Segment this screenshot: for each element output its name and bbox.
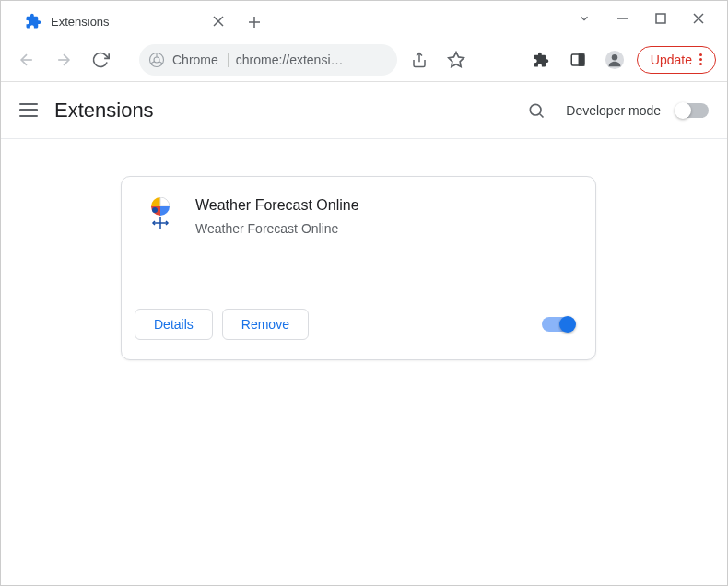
page-content: Extensions Developer mode — [1, 82, 727, 360]
remove-button[interactable]: Remove — [222, 309, 309, 340]
share-icon[interactable] — [405, 45, 434, 75]
tab-strip: Extensions — [1, 1, 727, 38]
forward-button — [49, 45, 78, 75]
extension-enabled-toggle[interactable] — [542, 317, 575, 332]
developer-mode-label: Developer mode — [566, 103, 661, 118]
extension-card: Weather Forecast Online Weather Forecast… — [121, 176, 596, 360]
address-scheme: Chrome — [172, 53, 218, 67]
svg-line-13 — [151, 61, 155, 63]
new-tab-button[interactable] — [241, 8, 268, 36]
developer-mode-toggle[interactable] — [675, 103, 709, 118]
details-button[interactable]: Details — [135, 309, 213, 340]
menu-dots-icon — [699, 53, 702, 65]
svg-point-21 — [612, 54, 617, 60]
svg-line-14 — [159, 61, 162, 63]
svg-point-24 — [152, 207, 158, 213]
update-label: Update — [651, 53, 692, 67]
extension-name: Weather Forecast Online — [195, 197, 359, 214]
svg-line-23 — [540, 113, 544, 117]
side-panel-icon[interactable] — [563, 45, 593, 75]
update-button[interactable]: Update — [637, 46, 716, 74]
tab-title: Extensions — [51, 15, 110, 29]
chrome-site-icon — [148, 52, 165, 68]
address-bar[interactable]: Chrome chrome://extensi… — [139, 44, 397, 76]
profile-avatar-icon[interactable] — [600, 45, 629, 75]
hamburger-menu-icon[interactable] — [19, 103, 38, 118]
svg-marker-16 — [449, 52, 464, 66]
tab-close-icon[interactable] — [213, 16, 224, 27]
extension-description: Weather Forecast Online — [195, 221, 359, 236]
extension-app-icon — [142, 197, 179, 234]
extensions-header: Extensions Developer mode — [1, 82, 727, 139]
extensions-icon[interactable] — [526, 45, 556, 75]
svg-point-11 — [154, 57, 159, 63]
browser-tab[interactable]: Extensions — [12, 5, 233, 38]
reload-button[interactable] — [86, 45, 115, 75]
toolbar: Chrome chrome://extensi… Update — [1, 38, 727, 82]
page-title: Extensions — [54, 99, 154, 123]
address-url: chrome://extensi… — [236, 53, 344, 67]
svg-point-22 — [531, 104, 542, 115]
bookmark-star-icon[interactable] — [441, 45, 471, 75]
search-icon[interactable] — [522, 96, 551, 125]
extension-puzzle-icon — [25, 13, 41, 29]
back-button — [12, 45, 41, 75]
svg-rect-19 — [579, 54, 583, 65]
